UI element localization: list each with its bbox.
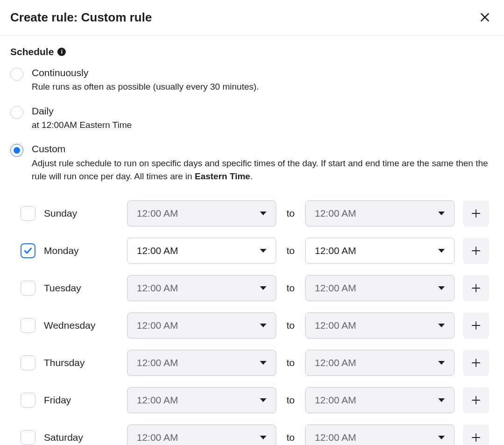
plus-icon: [470, 320, 482, 331]
end-time-select-tuesday[interactable]: 12:00 AM: [305, 275, 455, 301]
add-time-button-monday[interactable]: [463, 238, 489, 264]
chevron-down-icon: [260, 398, 266, 402]
start-time-select-tuesday[interactable]: 12:00 AM: [127, 275, 276, 301]
chevron-down-icon: [260, 249, 266, 253]
chevron-down-icon: [438, 212, 445, 215]
checkbox-thursday[interactable]: [21, 355, 35, 370]
to-label: to: [285, 395, 297, 406]
chevron-down-icon: [260, 436, 266, 439]
start-time-select-thursday[interactable]: 12:00 AM: [127, 350, 276, 376]
time-value: 12:00 AM: [315, 357, 357, 368]
info-icon[interactable]: i: [57, 48, 66, 56]
chevron-down-icon: [438, 249, 445, 253]
schedule-radio-group: Continuously Rule runs as often as possi…: [10, 67, 494, 184]
to-label: to: [285, 357, 297, 368]
days-container: Sunday12:00 AMto12:00 AMMonday12:00 AMto…: [10, 200, 494, 445]
radio-button-daily[interactable]: [10, 106, 23, 119]
time-value: 12:00 AM: [137, 320, 178, 331]
time-value: 12:00 AM: [315, 395, 357, 406]
close-icon: [479, 11, 491, 23]
schedule-label: Schedule: [10, 46, 54, 57]
end-time-select-wednesday[interactable]: 12:00 AM: [305, 312, 455, 339]
schedule-section-title: Schedule i: [10, 46, 494, 57]
checkbox-friday[interactable]: [21, 393, 35, 408]
close-button[interactable]: [476, 8, 494, 26]
start-time-select-saturday[interactable]: 12:00 AM: [127, 424, 276, 445]
time-value: 12:00 AM: [315, 283, 357, 294]
checkbox-tuesday[interactable]: [21, 281, 35, 296]
check-icon: [23, 246, 33, 255]
day-row-tuesday: Tuesday12:00 AMto12:00 AM: [21, 275, 494, 301]
chevron-down-icon: [260, 324, 266, 327]
radio-label-custom: Custom: [32, 143, 494, 155]
time-value: 12:00 AM: [137, 283, 178, 294]
radio-option-daily[interactable]: Daily at 12:00AM Eastern Time: [10, 105, 494, 132]
chevron-down-icon: [260, 212, 266, 215]
end-time-select-saturday[interactable]: 12:00 AM: [305, 424, 455, 445]
radio-option-custom[interactable]: Custom Adjust rule schedule to run on sp…: [10, 143, 494, 183]
end-time-select-friday[interactable]: 12:00 AM: [305, 387, 455, 413]
add-time-button-friday[interactable]: [463, 387, 489, 413]
to-label: to: [285, 208, 297, 219]
radio-desc-continuously: Rule runs as often as possible (usually …: [32, 80, 494, 94]
plus-icon: [470, 283, 482, 294]
time-value: 12:00 AM: [137, 395, 178, 406]
checkbox-wednesday[interactable]: [21, 318, 35, 333]
checkbox-monday[interactable]: [21, 243, 35, 258]
radio-button-custom[interactable]: [10, 144, 23, 157]
add-time-button-wednesday[interactable]: [463, 312, 489, 339]
add-time-button-saturday[interactable]: [463, 424, 489, 445]
plus-icon: [470, 432, 482, 443]
radio-button-continuously[interactable]: [10, 68, 23, 81]
time-value: 12:00 AM: [137, 432, 178, 443]
radio-desc-custom: Adjust rule schedule to run on specific …: [32, 157, 494, 184]
dialog-title: Create rule: Custom rule: [10, 10, 152, 25]
end-time-select-thursday[interactable]: 12:00 AM: [305, 350, 455, 376]
chevron-down-icon: [438, 324, 445, 327]
plus-icon: [470, 245, 482, 256]
dialog-header: Create rule: Custom rule: [0, 0, 504, 36]
start-time-select-monday[interactable]: 12:00 AM: [127, 238, 276, 264]
to-label: to: [285, 245, 297, 256]
day-row-wednesday: Wednesday12:00 AMto12:00 AM: [21, 312, 494, 339]
start-time-select-wednesday[interactable]: 12:00 AM: [127, 312, 276, 339]
add-time-button-thursday[interactable]: [463, 350, 489, 376]
day-row-saturday: Saturday12:00 AMto12:00 AM: [21, 424, 494, 445]
day-label: Tuesday: [44, 283, 119, 294]
day-row-sunday: Sunday12:00 AMto12:00 AM: [21, 200, 494, 226]
start-time-select-friday[interactable]: 12:00 AM: [127, 387, 276, 413]
chevron-down-icon: [260, 361, 266, 365]
end-time-select-sunday[interactable]: 12:00 AM: [305, 200, 455, 226]
day-row-friday: Friday12:00 AMto12:00 AM: [21, 387, 494, 413]
chevron-down-icon: [438, 361, 445, 365]
add-time-button-sunday[interactable]: [463, 200, 489, 226]
plus-icon: [470, 395, 482, 406]
chevron-down-icon: [438, 436, 445, 439]
day-row-thursday: Thursday12:00 AMto12:00 AM: [21, 350, 494, 376]
checkbox-sunday[interactable]: [21, 206, 35, 221]
day-label: Sunday: [44, 208, 119, 219]
plus-icon: [470, 357, 482, 368]
end-time-select-monday[interactable]: 12:00 AM: [305, 238, 455, 264]
radio-label-daily: Daily: [32, 105, 494, 117]
start-time-select-sunday[interactable]: 12:00 AM: [127, 200, 276, 226]
radio-desc-daily: at 12:00AM Eastern Time: [32, 119, 494, 132]
day-label: Monday: [44, 245, 119, 256]
to-label: to: [285, 320, 297, 331]
chevron-down-icon: [260, 286, 266, 290]
time-value: 12:00 AM: [315, 320, 357, 331]
day-label: Friday: [44, 395, 119, 406]
plus-icon: [470, 208, 482, 219]
add-time-button-tuesday[interactable]: [463, 275, 489, 301]
time-value: 12:00 AM: [315, 208, 357, 219]
time-value: 12:00 AM: [137, 245, 178, 256]
time-value: 12:00 AM: [137, 208, 178, 219]
checkbox-saturday[interactable]: [21, 430, 35, 445]
day-label: Saturday: [44, 432, 119, 443]
to-label: to: [285, 283, 297, 294]
radio-option-continuously[interactable]: Continuously Rule runs as often as possi…: [10, 67, 494, 94]
day-label: Thursday: [44, 357, 119, 368]
schedule-section: Schedule i Continuously Rule runs as oft…: [0, 36, 504, 445]
time-value: 12:00 AM: [315, 245, 357, 256]
to-label: to: [285, 432, 297, 443]
